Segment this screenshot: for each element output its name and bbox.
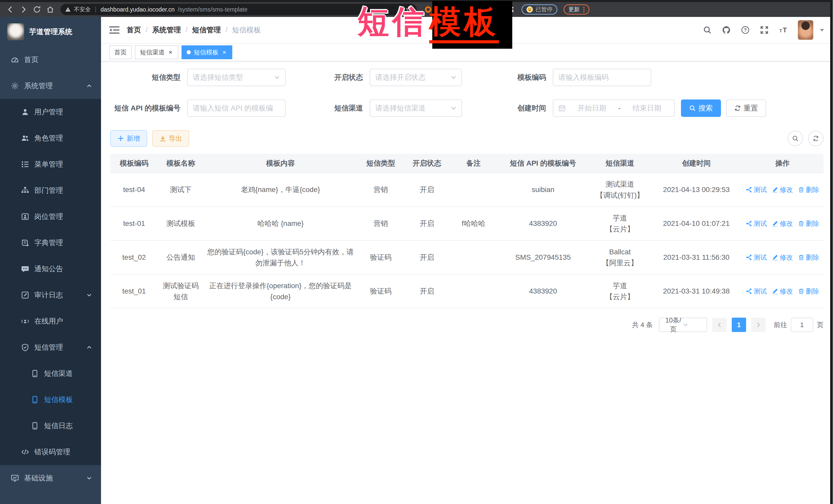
remark-cell (450, 240, 497, 274)
github-icon[interactable] (722, 26, 731, 34)
sidebar-item-dict-management[interactable]: 字典管理 (0, 230, 101, 256)
test-action[interactable]: 测试 (746, 286, 767, 296)
close-icon[interactable] (221, 49, 227, 55)
api-template-id-input[interactable] (187, 99, 286, 117)
tag-sms-channel[interactable]: 短信渠道 (135, 45, 178, 59)
edit-action[interactable]: 修改 (772, 286, 793, 296)
delete-action[interactable]: 删除 (798, 185, 819, 195)
chevron-down-icon (87, 292, 92, 297)
app-logo (7, 23, 24, 40)
actions-cell: 测试修改删除 (741, 173, 824, 207)
goto-page-input[interactable] (791, 318, 813, 332)
sidebar-item-label: 短信日志 (44, 421, 73, 431)
edit-action[interactable]: 修改 (772, 252, 793, 263)
page-size-select[interactable]: 10条/页 (659, 318, 707, 332)
filter-template-code: 模板编码 (468, 69, 651, 86)
sidebar-item-home[interactable]: 首页 (0, 47, 101, 73)
action-label: 修改 (780, 218, 793, 229)
help-icon[interactable]: ? (741, 26, 750, 34)
search-icon[interactable] (703, 26, 712, 34)
browser-profile-chip[interactable]: 已暂停 (522, 4, 557, 15)
export-button[interactable]: 导出 (152, 130, 189, 147)
search-button[interactable]: 搜索 (681, 99, 721, 117)
sidebar-item-sms-channel[interactable]: 短信渠道 (0, 360, 101, 387)
page-size-value: 10条/页 (664, 316, 683, 334)
test-action[interactable]: 测试 (746, 218, 767, 229)
toggle-search-icon[interactable] (788, 131, 803, 146)
create-time-daterange[interactable]: 开始日期-结束日期 (553, 99, 675, 117)
sidebar-item-dept-management[interactable]: 部门管理 (0, 177, 101, 203)
sidebar-item-post-management[interactable]: 岗位管理 (0, 203, 101, 230)
menutree-icon (21, 160, 29, 168)
breadcrumb-item[interactable]: 短信管理 (192, 25, 221, 35)
prev-page-button[interactable] (712, 318, 727, 332)
sidebar-item-sms-template[interactable]: 短信模板 (0, 387, 101, 413)
edit-action[interactable]: 修改 (772, 185, 793, 195)
template-code-cell: test-01 (110, 207, 158, 240)
reload-icon[interactable] (33, 5, 41, 14)
sidebar-item-online-users[interactable]: 在线用户 (0, 308, 101, 334)
online-icon (21, 317, 29, 325)
sidebar-item-audit-log[interactable]: 审计日志 (0, 282, 101, 308)
refresh-icon[interactable] (808, 131, 824, 146)
delete-action[interactable]: 删除 (798, 218, 819, 229)
tag-sms-template[interactable]: 短信模板 (182, 45, 232, 59)
toolbar: 新增 导出 (110, 130, 824, 147)
table-row: test-01测试模板哈哈哈 {name}营销开启f哈哈哈4383920芋道 【… (110, 207, 824, 240)
delete-action[interactable]: 删除 (798, 286, 819, 296)
filter-api-template-id: 短信 API 的模板编号 (110, 99, 286, 117)
home-icon[interactable] (46, 5, 54, 14)
page-number-button[interactable]: 1 (732, 318, 746, 332)
chevron-down-icon (451, 75, 456, 80)
status-cell: 开启 (404, 240, 450, 274)
user-avatar[interactable] (798, 20, 813, 40)
filter-row: 短信 API 的模板编号短信渠道请选择短信渠道创建时间开始日期-结束日期搜索重置 (110, 99, 824, 117)
tag-home[interactable]: 首页 (109, 45, 132, 59)
browser-update-button[interactable]: 更新 (564, 4, 590, 15)
forward-icon[interactable] (20, 5, 28, 14)
delete-action[interactable]: 删除 (798, 252, 819, 263)
sidebar-item-infrastructure[interactable]: 基础设施 (0, 465, 101, 491)
sidebar-item-system-management[interactable]: 系统管理 (0, 73, 101, 99)
edit-action[interactable]: 修改 (772, 218, 793, 229)
back-icon[interactable] (6, 5, 14, 14)
chevron-down-icon[interactable] (819, 27, 825, 32)
template-code-cell: test-04 (110, 173, 158, 207)
test-action[interactable]: 测试 (746, 252, 767, 263)
sms-type-select[interactable]: 请选择短信类型 (187, 69, 286, 86)
enable-status-select[interactable]: 请选择开启状态 (370, 69, 462, 86)
template-name-cell: 公告通知 (158, 240, 204, 274)
url-path: /system/sms/sms-template (178, 6, 247, 13)
sms-channel-select[interactable]: 请选择短信渠道 (370, 99, 462, 117)
sidebar-item-sms-log[interactable]: 短信日志 (0, 413, 101, 439)
sidebar-item-menu-management[interactable]: 菜单管理 (0, 151, 101, 177)
browser-menu-icon[interactable] (583, 7, 585, 12)
sidebar-item-label: 短信管理 (34, 342, 63, 352)
app-logo-row[interactable]: 芋道管理系统 (0, 17, 101, 47)
sidebar-item-user-management[interactable]: 用户管理 (0, 99, 101, 125)
sidebar-submenu: 用户管理角色管理菜单管理部门管理岗位管理字典管理通知公告审计日志在线用户短信管理… (0, 99, 101, 465)
filter-label: 短信类型 (110, 73, 187, 82)
action-label: 测试 (754, 286, 767, 296)
remark-cell (450, 274, 497, 308)
action-label: 修改 (780, 185, 793, 195)
close-icon[interactable] (168, 49, 173, 55)
sidebar-item-error-code-management[interactable]: 错误码管理 (0, 439, 101, 465)
sidebar-item-notice-announcement[interactable]: 通知公告 (0, 256, 101, 282)
font-size-icon[interactable]: TT (779, 26, 788, 34)
sidebar-item-sms-management[interactable]: 短信管理 (0, 334, 101, 360)
breadcrumb-item[interactable]: 首页 (127, 25, 141, 35)
fullscreen-icon[interactable] (760, 26, 769, 34)
template-code-input[interactable] (553, 69, 651, 86)
reset-button[interactable]: 重置 (726, 99, 766, 117)
export-button-label: 导出 (169, 134, 182, 143)
test-action[interactable]: 测试 (746, 185, 767, 195)
add-button[interactable]: 新增 (110, 130, 147, 147)
breadcrumb: 首页/系统管理/短信管理/短信模板 (127, 25, 261, 35)
status-cell: 开启 (404, 207, 450, 240)
hamburger-icon[interactable] (109, 25, 119, 34)
column-header: 备注 (450, 154, 497, 173)
next-page-button[interactable] (751, 318, 766, 332)
breadcrumb-item[interactable]: 系统管理 (152, 25, 181, 35)
sidebar-item-role-management[interactable]: 角色管理 (0, 125, 101, 151)
